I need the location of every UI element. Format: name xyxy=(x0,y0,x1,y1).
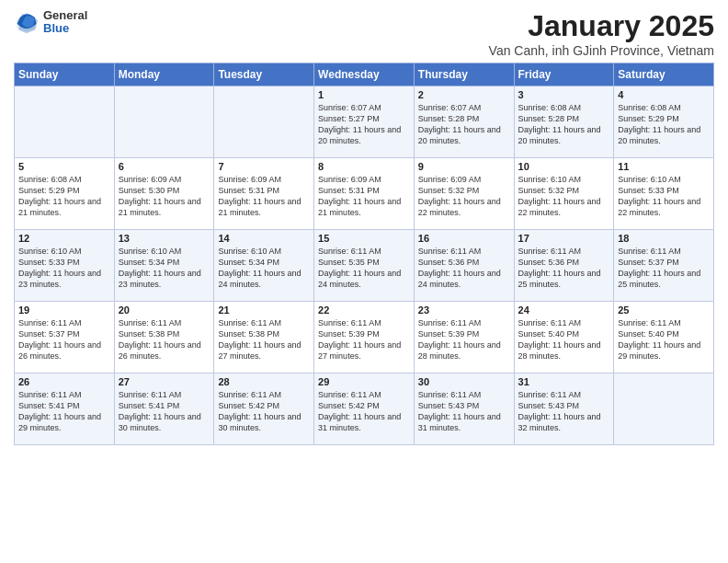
day-info: Sunrise: 6:08 AM Sunset: 5:29 PM Dayligh… xyxy=(618,102,710,147)
calendar-cell xyxy=(15,86,115,158)
logo-icon xyxy=(14,9,40,35)
day-number: 24 xyxy=(518,304,610,316)
calendar-cell: 12Sunrise: 6:10 AM Sunset: 5:33 PM Dayli… xyxy=(15,230,115,302)
day-number: 15 xyxy=(318,233,410,244)
calendar-cell: 9Sunrise: 6:09 AM Sunset: 5:32 PM Daylig… xyxy=(414,158,514,230)
day-info: Sunrise: 6:11 AM Sunset: 5:43 PM Dayligh… xyxy=(418,389,510,434)
week-row-2: 12Sunrise: 6:10 AM Sunset: 5:33 PM Dayli… xyxy=(15,230,714,302)
day-number: 7 xyxy=(218,161,310,172)
day-info: Sunrise: 6:10 AM Sunset: 5:33 PM Dayligh… xyxy=(18,246,110,291)
day-info: Sunrise: 6:08 AM Sunset: 5:28 PM Dayligh… xyxy=(518,102,610,147)
header: General Blue January 2025 Van Canh, inh … xyxy=(14,9,714,58)
day-info: Sunrise: 6:11 AM Sunset: 5:37 PM Dayligh… xyxy=(18,317,110,362)
col-header-monday: Monday xyxy=(114,63,214,86)
day-info: Sunrise: 6:11 AM Sunset: 5:40 PM Dayligh… xyxy=(518,317,610,362)
calendar-cell: 5Sunrise: 6:08 AM Sunset: 5:29 PM Daylig… xyxy=(15,158,115,230)
calendar-cell: 18Sunrise: 6:11 AM Sunset: 5:37 PM Dayli… xyxy=(614,230,714,302)
logo-text: General Blue xyxy=(43,9,87,36)
day-number: 6 xyxy=(119,161,210,172)
day-info: Sunrise: 6:11 AM Sunset: 5:35 PM Dayligh… xyxy=(318,246,410,291)
day-number: 14 xyxy=(218,233,310,244)
calendar-cell: 3Sunrise: 6:08 AM Sunset: 5:28 PM Daylig… xyxy=(514,86,614,158)
calendar-cell: 27Sunrise: 6:11 AM Sunset: 5:41 PM Dayli… xyxy=(114,373,214,445)
title-block: January 2025 Van Canh, inh GJinh Provinc… xyxy=(489,9,714,58)
day-info: Sunrise: 6:11 AM Sunset: 5:42 PM Dayligh… xyxy=(318,389,410,434)
col-header-saturday: Saturday xyxy=(614,63,714,86)
day-number: 20 xyxy=(119,304,210,316)
day-info: Sunrise: 6:07 AM Sunset: 5:28 PM Dayligh… xyxy=(418,102,510,147)
col-header-tuesday: Tuesday xyxy=(214,63,314,86)
page-container: General Blue January 2025 Van Canh, inh … xyxy=(0,0,728,454)
week-row-0: 1Sunrise: 6:07 AM Sunset: 5:27 PM Daylig… xyxy=(15,86,714,158)
day-number: 3 xyxy=(518,89,610,100)
col-header-friday: Friday xyxy=(514,63,614,86)
day-info: Sunrise: 6:09 AM Sunset: 5:30 PM Dayligh… xyxy=(119,174,210,219)
day-number: 12 xyxy=(18,233,110,244)
calendar-cell: 19Sunrise: 6:11 AM Sunset: 5:37 PM Dayli… xyxy=(15,302,115,373)
col-header-sunday: Sunday xyxy=(15,63,115,86)
day-number: 10 xyxy=(518,161,610,172)
calendar-cell: 17Sunrise: 6:11 AM Sunset: 5:36 PM Dayli… xyxy=(514,230,614,302)
day-info: Sunrise: 6:11 AM Sunset: 5:39 PM Dayligh… xyxy=(318,317,410,362)
calendar-cell: 24Sunrise: 6:11 AM Sunset: 5:40 PM Dayli… xyxy=(514,302,614,373)
calendar-cell: 28Sunrise: 6:11 AM Sunset: 5:42 PM Dayli… xyxy=(214,373,314,445)
calendar-cell xyxy=(214,86,314,158)
day-number: 18 xyxy=(618,233,710,244)
calendar-cell: 23Sunrise: 6:11 AM Sunset: 5:39 PM Dayli… xyxy=(414,302,514,373)
day-number: 28 xyxy=(218,376,310,387)
calendar-cell: 7Sunrise: 6:09 AM Sunset: 5:31 PM Daylig… xyxy=(214,158,314,230)
calendar-cell xyxy=(614,373,714,445)
day-info: Sunrise: 6:09 AM Sunset: 5:31 PM Dayligh… xyxy=(218,174,310,219)
day-info: Sunrise: 6:11 AM Sunset: 5:37 PM Dayligh… xyxy=(618,246,710,291)
day-info: Sunrise: 6:08 AM Sunset: 5:29 PM Dayligh… xyxy=(18,174,110,219)
day-info: Sunrise: 6:11 AM Sunset: 5:36 PM Dayligh… xyxy=(418,246,510,291)
day-number: 2 xyxy=(418,89,510,100)
day-number: 19 xyxy=(18,304,110,316)
day-info: Sunrise: 6:11 AM Sunset: 5:38 PM Dayligh… xyxy=(119,317,210,362)
calendar-cell: 22Sunrise: 6:11 AM Sunset: 5:39 PM Dayli… xyxy=(314,302,415,373)
day-number: 30 xyxy=(418,376,510,387)
calendar-cell: 15Sunrise: 6:11 AM Sunset: 5:35 PM Dayli… xyxy=(314,230,415,302)
calendar-cell: 8Sunrise: 6:09 AM Sunset: 5:31 PM Daylig… xyxy=(314,158,415,230)
day-info: Sunrise: 6:11 AM Sunset: 5:42 PM Dayligh… xyxy=(218,389,310,434)
location-title: Van Canh, inh GJinh Province, Vietnam xyxy=(489,43,714,58)
day-number: 4 xyxy=(618,89,710,100)
day-number: 27 xyxy=(119,376,210,387)
calendar-cell: 2Sunrise: 6:07 AM Sunset: 5:28 PM Daylig… xyxy=(414,86,514,158)
day-info: Sunrise: 6:10 AM Sunset: 5:32 PM Dayligh… xyxy=(518,174,610,219)
logo: General Blue xyxy=(14,9,87,36)
day-number: 5 xyxy=(18,161,110,172)
day-info: Sunrise: 6:07 AM Sunset: 5:27 PM Dayligh… xyxy=(318,102,410,147)
col-header-wednesday: Wednesday xyxy=(314,63,415,86)
day-info: Sunrise: 6:11 AM Sunset: 5:41 PM Dayligh… xyxy=(18,389,110,434)
day-number: 17 xyxy=(518,233,610,244)
calendar-cell: 31Sunrise: 6:11 AM Sunset: 5:43 PM Dayli… xyxy=(514,373,614,445)
day-number: 26 xyxy=(18,376,110,387)
day-info: Sunrise: 6:11 AM Sunset: 5:36 PM Dayligh… xyxy=(518,246,610,291)
day-number: 22 xyxy=(318,304,410,316)
logo-general: General xyxy=(43,9,87,22)
calendar-table: SundayMondayTuesdayWednesdayThursdayFrid… xyxy=(14,63,714,445)
day-number: 16 xyxy=(418,233,510,244)
day-info: Sunrise: 6:09 AM Sunset: 5:31 PM Dayligh… xyxy=(318,174,410,219)
calendar-cell: 1Sunrise: 6:07 AM Sunset: 5:27 PM Daylig… xyxy=(314,86,415,158)
day-info: Sunrise: 6:11 AM Sunset: 5:43 PM Dayligh… xyxy=(518,389,610,434)
day-number: 9 xyxy=(418,161,510,172)
day-number: 23 xyxy=(418,304,510,316)
calendar-cell: 20Sunrise: 6:11 AM Sunset: 5:38 PM Dayli… xyxy=(114,302,214,373)
day-info: Sunrise: 6:09 AM Sunset: 5:32 PM Dayligh… xyxy=(418,174,510,219)
logo-blue: Blue xyxy=(43,22,87,35)
day-info: Sunrise: 6:10 AM Sunset: 5:34 PM Dayligh… xyxy=(119,246,210,291)
calendar-cell: 13Sunrise: 6:10 AM Sunset: 5:34 PM Dayli… xyxy=(114,230,214,302)
calendar-cell xyxy=(114,86,214,158)
calendar-cell: 16Sunrise: 6:11 AM Sunset: 5:36 PM Dayli… xyxy=(414,230,514,302)
day-number: 1 xyxy=(318,89,410,100)
day-number: 13 xyxy=(119,233,210,244)
week-row-1: 5Sunrise: 6:08 AM Sunset: 5:29 PM Daylig… xyxy=(15,158,714,230)
calendar-cell: 25Sunrise: 6:11 AM Sunset: 5:40 PM Dayli… xyxy=(614,302,714,373)
day-info: Sunrise: 6:11 AM Sunset: 5:38 PM Dayligh… xyxy=(218,317,310,362)
week-row-4: 26Sunrise: 6:11 AM Sunset: 5:41 PM Dayli… xyxy=(15,373,714,445)
calendar-cell: 11Sunrise: 6:10 AM Sunset: 5:33 PM Dayli… xyxy=(614,158,714,230)
calendar-cell: 4Sunrise: 6:08 AM Sunset: 5:29 PM Daylig… xyxy=(614,86,714,158)
week-row-3: 19Sunrise: 6:11 AM Sunset: 5:37 PM Dayli… xyxy=(15,302,714,373)
